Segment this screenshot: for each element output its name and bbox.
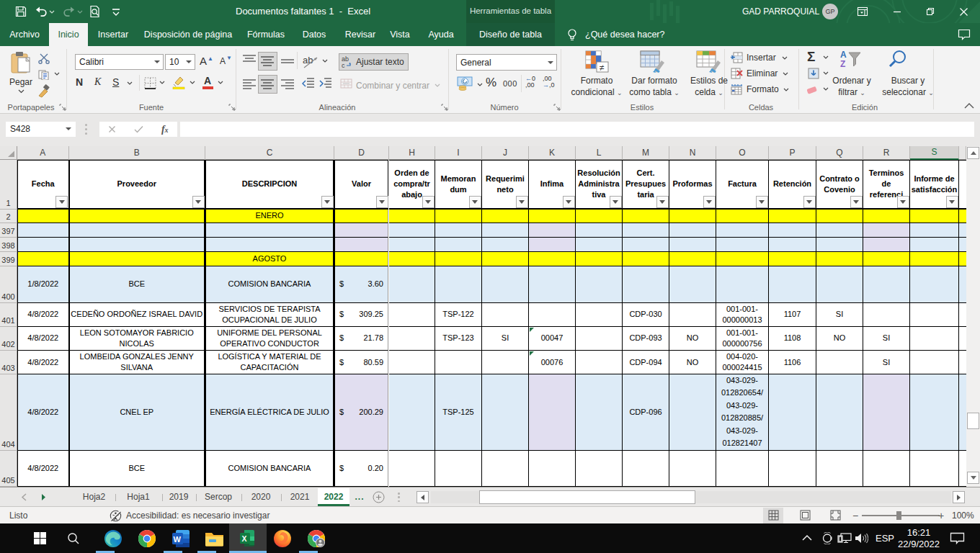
svg-text:Z: Z xyxy=(840,59,845,68)
svg-text:W: W xyxy=(173,534,181,543)
svg-text:c: c xyxy=(342,62,345,68)
svg-text:≠: ≠ xyxy=(600,63,605,73)
svg-text:X: X xyxy=(241,534,246,543)
svg-text:A: A xyxy=(840,50,847,60)
svg-text:ab: ab xyxy=(303,55,313,66)
